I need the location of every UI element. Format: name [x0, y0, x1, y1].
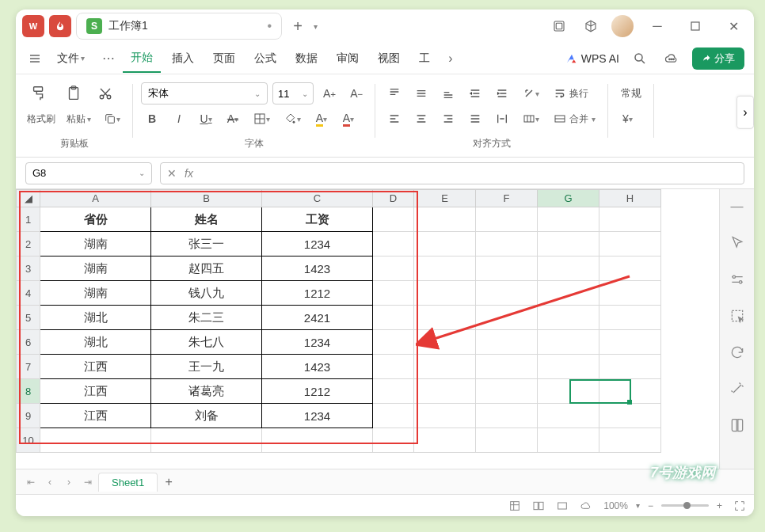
cell-f3[interactable]: [476, 256, 538, 281]
cell-a10[interactable]: [40, 428, 151, 453]
currency-button[interactable]: ¥▾: [616, 108, 638, 130]
italic-button[interactable]: I: [168, 108, 190, 130]
col-header-g[interactable]: G: [538, 190, 599, 207]
cell-h1[interactable]: [599, 207, 661, 232]
settings-icon[interactable]: [728, 270, 747, 289]
cell-f4[interactable]: [476, 281, 538, 306]
col-header-d[interactable]: D: [373, 190, 414, 207]
cell-g5[interactable]: [538, 306, 599, 330]
view-reading-icon[interactable]: [556, 500, 569, 512]
cell-d5[interactable]: [373, 306, 414, 330]
cell-f8[interactable]: [476, 379, 538, 404]
cut-button[interactable]: [93, 82, 117, 104]
copy-button[interactable]: ▾: [99, 108, 125, 130]
file-menu[interactable]: 文件▾: [51, 48, 91, 69]
decrease-font-button[interactable]: A−: [345, 82, 367, 104]
more-menu[interactable]: ⋯: [97, 51, 120, 66]
zoom-slider[interactable]: [661, 504, 709, 507]
new-tab-button[interactable]: +: [287, 15, 309, 37]
cell-a1[interactable]: 省份: [40, 207, 151, 232]
col-header-c[interactable]: C: [262, 190, 373, 207]
wps-ai-button[interactable]: WPS AI: [565, 52, 619, 65]
tab-page[interactable]: 页面: [205, 45, 243, 72]
underline-button[interactable]: U▾: [195, 108, 217, 130]
cell-g1[interactable]: [538, 207, 599, 232]
cube-icon[interactable]: [580, 15, 602, 37]
col-header-b[interactable]: B: [151, 190, 262, 207]
indent-increase-button[interactable]: [491, 82, 513, 104]
tab-view[interactable]: 视图: [370, 45, 408, 72]
name-box[interactable]: G8⌄: [25, 162, 152, 184]
row-header-8[interactable]: 8: [17, 379, 40, 404]
row-header-9[interactable]: 9: [17, 404, 40, 428]
user-avatar[interactable]: [611, 15, 634, 37]
cell-g8[interactable]: [538, 379, 599, 404]
maximize-button[interactable]: [681, 15, 710, 37]
merge-cells-button[interactable]: 合并▾: [549, 108, 600, 130]
cell-d6[interactable]: [373, 330, 414, 355]
align-left-button[interactable]: [383, 108, 405, 130]
sheet-nav-prev[interactable]: ‹: [41, 473, 59, 491]
zoom-dropdown-icon[interactable]: ▾: [636, 501, 640, 510]
book-icon[interactable]: [728, 416, 747, 435]
cell-a2[interactable]: 湖南: [40, 232, 151, 256]
cell-d10[interactable]: [373, 428, 414, 453]
zoom-level[interactable]: 100%: [603, 500, 628, 511]
align-top-button[interactable]: [383, 82, 405, 104]
view-normal-icon[interactable]: [508, 500, 521, 512]
share-button[interactable]: 分享: [692, 48, 744, 70]
cell-e10[interactable]: [414, 428, 476, 453]
tab-formula[interactable]: 公式: [246, 45, 284, 72]
paste-label[interactable]: 粘贴▾: [63, 112, 94, 126]
tab-data[interactable]: 数据: [287, 45, 325, 72]
cell-e5[interactable]: [414, 306, 476, 330]
cell-b6[interactable]: 朱七八: [151, 330, 262, 355]
add-sheet-button[interactable]: +: [159, 473, 178, 492]
select-all-corner[interactable]: ◢: [17, 190, 40, 207]
col-header-e[interactable]: E: [414, 190, 476, 207]
borders-button[interactable]: ▾: [249, 108, 275, 130]
row-header-6[interactable]: 6: [17, 330, 40, 355]
cell-a3[interactable]: 湖南: [40, 256, 151, 281]
cell-b3[interactable]: 赵四五: [151, 256, 262, 281]
cell-h2[interactable]: [599, 232, 661, 256]
row-header-7[interactable]: 7: [17, 355, 40, 379]
cell-e9[interactable]: [414, 404, 476, 428]
distribute-button[interactable]: [491, 108, 513, 130]
row-header-1[interactable]: 1: [17, 207, 40, 232]
cell-g3[interactable]: [538, 256, 599, 281]
row-header-3[interactable]: 3: [17, 256, 40, 281]
document-tab[interactable]: S 工作簿1 •: [76, 13, 282, 40]
format-painter-button[interactable]: [24, 82, 54, 105]
cell-f10[interactable]: [476, 428, 538, 453]
strikethrough-button[interactable]: A▾: [222, 108, 244, 130]
align-bottom-button[interactable]: [437, 82, 459, 104]
cell-e3[interactable]: [414, 256, 476, 281]
cell-a6[interactable]: 湖北: [40, 330, 151, 355]
cloud-icon[interactable]: [660, 48, 683, 70]
col-header-h[interactable]: H: [599, 190, 661, 207]
cell-a9[interactable]: 江西: [40, 404, 151, 428]
cell-f7[interactable]: [476, 355, 538, 379]
cell-g7[interactable]: [538, 355, 599, 379]
spreadsheet-grid[interactable]: ◢ A B C D E F G H 1 省份 姓名 工资: [16, 189, 719, 469]
cell-c2[interactable]: 1234: [262, 232, 373, 256]
cell-h9[interactable]: [599, 404, 661, 428]
merge-dropdown-button[interactable]: ▾: [518, 108, 544, 130]
cell-h5[interactable]: [599, 306, 661, 330]
zoom-out-button[interactable]: −: [648, 500, 653, 511]
fullscreen-icon[interactable]: [733, 500, 746, 512]
cell-h6[interactable]: [599, 330, 661, 355]
cell-c1[interactable]: 工资: [262, 207, 373, 232]
cell-d9[interactable]: [373, 404, 414, 428]
cell-c9[interactable]: 1234: [262, 404, 373, 428]
cell-b10[interactable]: [151, 428, 262, 453]
cell-b5[interactable]: 朱二三: [151, 306, 262, 330]
sheet-nav-last[interactable]: ⇥: [79, 473, 97, 491]
align-right-button[interactable]: [437, 108, 459, 130]
tab-tools[interactable]: 工: [411, 45, 438, 72]
cell-g4[interactable]: [538, 281, 599, 306]
cell-e7[interactable]: [414, 355, 476, 379]
row-header-2[interactable]: 2: [17, 232, 40, 256]
cell-d3[interactable]: [373, 256, 414, 281]
